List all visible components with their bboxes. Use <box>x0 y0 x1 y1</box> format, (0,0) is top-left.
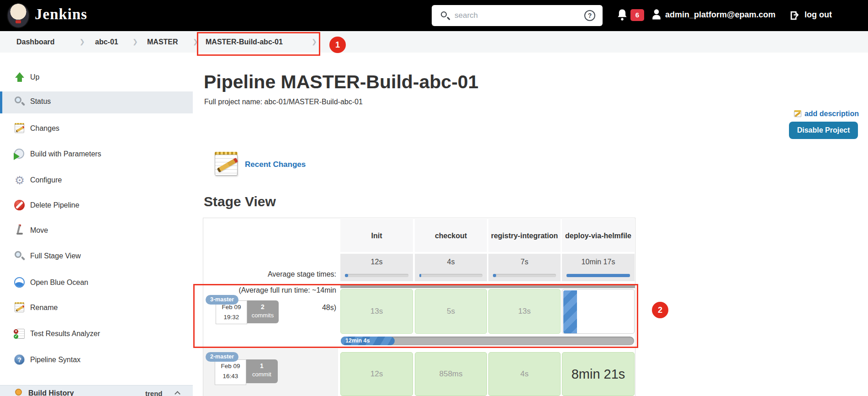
edit-description-icon <box>794 110 801 117</box>
breadcrumb-item-branch[interactable]: MASTER <box>147 31 178 53</box>
search-box: ? <box>432 5 603 26</box>
average-bar <box>493 274 556 277</box>
notification-count-badge[interactable]: 6 <box>630 9 644 21</box>
collapse-caret-icon[interactable] <box>175 391 180 396</box>
search-icon <box>441 11 447 17</box>
test-results-icon: ✕✓ <box>14 328 26 340</box>
magnifier-icon <box>14 250 26 262</box>
sidebar-item-full-stage-view[interactable]: Full Stage View <box>0 250 193 264</box>
add-description-link[interactable]: add description <box>804 110 859 118</box>
breadcrumb: Dashboard ❯ abc-01 ❯ MASTER ❯ MASTER-Bui… <box>0 31 868 53</box>
build-history-clock-icon <box>15 389 22 396</box>
stage-view-heading: Stage View <box>204 194 276 209</box>
sidebar-item-delete-pipeline[interactable]: Delete Pipeline <box>0 199 193 213</box>
average-stage-time-deploy: 10min 17s <box>562 254 635 281</box>
average-stage-time-init: 12s <box>340 254 413 281</box>
build-history-label[interactable]: Build History <box>28 389 74 396</box>
sidebar-item-pipeline-syntax[interactable]: ? Pipeline Syntax <box>0 354 193 368</box>
search-help-icon[interactable]: ? <box>584 10 595 21</box>
annotation-box-2 <box>193 284 638 348</box>
sidebar-item-up[interactable]: Up <box>0 71 193 85</box>
sidebar-item-configure[interactable]: ⚙ Configure <box>0 174 193 188</box>
notepad-icon <box>14 123 26 134</box>
sidebar-item-rename[interactable]: Rename <box>0 302 193 316</box>
top-bar: Jenkins ? 6 admin_platform@epam.com log … <box>0 0 868 31</box>
up-arrow-icon <box>14 71 26 83</box>
stage-cell-init[interactable]: 12s <box>340 352 413 396</box>
disable-project-button[interactable]: Disable Project <box>789 122 858 139</box>
full-project-name: Full project name: abc-01/MASTER-Build-a… <box>204 98 363 106</box>
average-stage-times-label: Average stage times: <box>183 270 336 278</box>
sidebar-item-test-results-analyzer[interactable]: ✕✓ Test Results Analyzer <box>0 328 193 342</box>
logout-icon <box>789 9 801 22</box>
annotation-step-1: 1 <box>329 37 346 53</box>
jenkins-logo[interactable] <box>7 3 30 28</box>
stage-column-header-checkout: checkout <box>415 219 487 252</box>
average-bar <box>419 274 482 277</box>
average-bar <box>345 274 408 277</box>
average-stage-time-checkout: 4s <box>415 254 487 281</box>
hand-truck-icon <box>14 225 26 236</box>
chevron-right-icon: ❯ <box>79 31 85 53</box>
recent-changes-link[interactable]: Recent Changes <box>245 160 306 169</box>
breadcrumb-item-folder[interactable]: abc-01 <box>95 31 118 53</box>
stage-column-header-deploy-via-helmfile: deploy-via-helmfile <box>562 219 635 252</box>
breadcrumb-item-dashboard[interactable]: Dashboard <box>16 31 55 53</box>
build-history-bar: Build History trend <box>0 385 193 396</box>
gear-icon: ⚙ <box>14 174 26 186</box>
stage-cell-checkout[interactable]: 858ms <box>415 352 487 396</box>
build-history-trend-link[interactable]: trend <box>145 390 163 396</box>
chevron-right-icon: ❯ <box>132 31 138 53</box>
notification-bell-icon[interactable] <box>615 8 629 23</box>
sidebar-item-status[interactable]: Status <box>0 96 193 109</box>
jenkins-brand[interactable]: Jenkins <box>35 6 87 23</box>
average-stage-time-registry: 7s <box>488 254 561 281</box>
annotation-box-1 <box>197 32 320 56</box>
annotation-step-2: 2 <box>652 302 668 318</box>
add-description[interactable]: add description <box>749 110 859 119</box>
blue-ocean-icon <box>14 277 26 289</box>
user-email[interactable]: admin_platform@epam.com <box>665 10 776 20</box>
delete-ban-icon <box>14 199 26 211</box>
jenkins-logo-bow <box>16 20 21 23</box>
build-date-box[interactable]: Feb 09 16:43 <box>215 359 246 385</box>
sidebar-item-open-blue-ocean[interactable]: Open Blue Ocean <box>0 277 193 290</box>
magnifier-icon <box>14 96 26 107</box>
build-commits-box[interactable]: 1 commit <box>246 359 278 383</box>
user-icon <box>650 8 663 21</box>
stage-column-header-init: Init <box>340 219 413 252</box>
recent-changes-icon <box>213 151 241 177</box>
sidebar-item-move[interactable]: Move <box>0 225 193 238</box>
notepad-icon <box>14 302 26 314</box>
build-name-pill[interactable]: 2-master <box>206 352 238 362</box>
average-bar <box>566 274 630 277</box>
stage-cell-registry[interactable]: 4s <box>488 352 561 396</box>
page-title: Pipeline MASTER-Build-abc-01 <box>204 71 478 93</box>
logout-link[interactable]: log out <box>804 10 832 20</box>
sidebar-item-build-with-parameters[interactable]: Build with Parameters <box>0 148 193 162</box>
stage-column-header-registry-integration: registry-integration <box>488 219 561 252</box>
search-input[interactable] <box>455 9 573 22</box>
question-circle-icon: ? <box>14 354 26 366</box>
build-clock-icon <box>14 148 26 160</box>
stage-cell-deploy[interactable]: 8min 21s <box>562 352 635 396</box>
sidebar-item-changes[interactable]: Changes <box>0 123 193 136</box>
